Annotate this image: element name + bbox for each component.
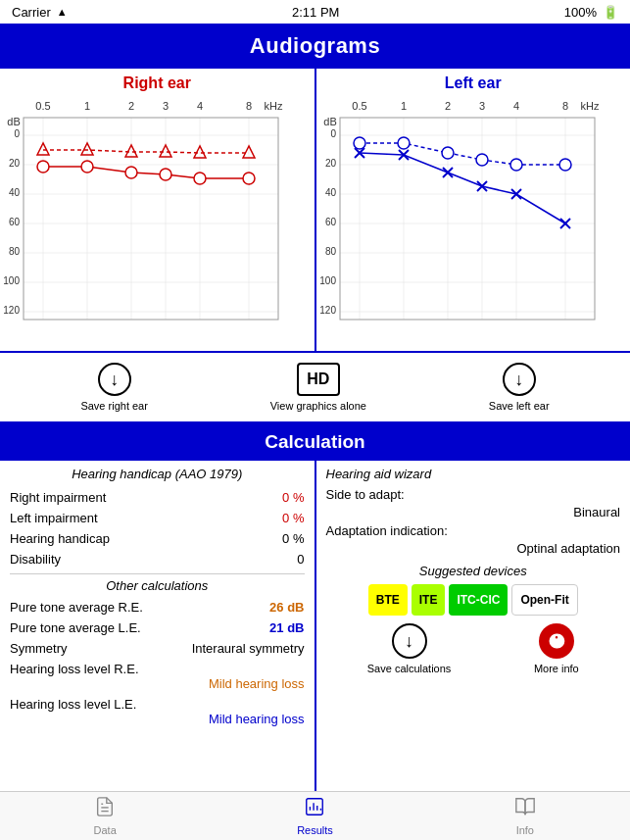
wizard-title: Hearing aid wizard (326, 467, 621, 481)
svg-text:0: 0 (330, 128, 336, 139)
svg-text:80: 80 (324, 246, 336, 257)
tab-data[interactable]: Data (0, 792, 210, 840)
svg-text:40: 40 (324, 187, 336, 198)
hearing-loss-re-label: Hearing loss level R.E. (10, 662, 305, 676)
tab-bar: Data Results Info (0, 791, 630, 840)
svg-rect-90 (307, 799, 323, 815)
svg-point-74 (510, 159, 522, 171)
svg-text:60: 60 (324, 217, 336, 227)
svg-text:100: 100 (320, 275, 336, 286)
svg-text:4: 4 (512, 100, 518, 112)
save-right-ear-button[interactable]: ↓ Save right ear (80, 363, 147, 412)
calc-right-panel: Hearing aid wizard Side to adapt: Binaur… (316, 461, 631, 809)
info-tab-icon (514, 796, 536, 822)
svg-text:120: 120 (320, 305, 336, 316)
symmetry-row: Symmetry Interaural symmetry (10, 638, 305, 659)
svg-point-70 (354, 137, 365, 149)
side-to-adapt-label: Side to adapt: (326, 487, 405, 502)
svg-text:2: 2 (444, 100, 450, 112)
svg-text:80: 80 (9, 246, 21, 257)
app-header: Audiograms (0, 24, 630, 69)
adaptation-indication-row: Adaptation indication: (326, 523, 621, 538)
adaptation-label: Adaptation indication: (326, 523, 448, 538)
hearing-loss-re-value: Mild hearing loss (10, 676, 305, 691)
tab-results[interactable]: Results (210, 792, 419, 840)
save-calc-label: Save calculations (367, 663, 452, 674)
right-ear-svg: 0.5 1 2 3 4 8 kHz dB 0 20 40 60 80 100 1… (4, 96, 288, 321)
other-calculations-title: Other calculations (10, 578, 305, 593)
calc-header: Calculation (0, 423, 630, 461)
calc-divider-1 (10, 573, 305, 574)
svg-text:0.5: 0.5 (352, 100, 366, 112)
hearing-loss-le-value: Mild hearing loss (10, 712, 305, 726)
itc-cic-button[interactable]: ITC-CIC (449, 584, 508, 616)
symmetry-label: Symmetry (10, 641, 68, 656)
svg-text:dB: dB (323, 116, 336, 127)
save-calculations-button[interactable]: ↓ Save calculations (367, 623, 452, 674)
svg-text:0.5: 0.5 (35, 100, 50, 112)
bte-button[interactable]: BTE (368, 584, 408, 616)
left-ear-chart: 0.5 1 2 3 4 8 kHz dB 0 20 40 60 80 100 1… (320, 96, 627, 321)
pure-tone-re-value: 26 dB (269, 600, 304, 615)
tab-results-label: Results (297, 824, 333, 836)
tab-data-label: Data (94, 824, 117, 836)
side-to-adapt-row: Side to adapt: (326, 487, 621, 502)
save-right-label: Save right ear (80, 400, 147, 412)
right-ear-chart: 0.5 1 2 3 4 8 kHz dB 0 20 40 60 80 100 1… (4, 96, 311, 321)
view-graphics-label: View graphics alone (270, 400, 366, 412)
left-ear-panel: Left ear 0.5 1 2 3 4 8 kHz dB 0 20 40 60… (315, 69, 631, 351)
save-left-ear-button[interactable]: ↓ Save left ear (489, 363, 550, 412)
svg-text:20: 20 (9, 158, 21, 169)
disability-value: 0 (297, 552, 304, 567)
svg-text:kHz: kHz (580, 100, 599, 112)
battery-label: 100% (564, 5, 597, 20)
calc-actions: ↓ Save calculations More info (326, 623, 621, 674)
carrier-label: Carrier (12, 5, 51, 20)
svg-text:4: 4 (197, 100, 203, 112)
save-left-down-icon: ↓ (503, 363, 536, 396)
pure-tone-le-value: 21 dB (269, 620, 304, 635)
more-info-button[interactable]: More info (534, 623, 579, 674)
tab-info[interactable]: Info (420, 792, 630, 840)
time-label: 2:11 PM (292, 5, 339, 20)
view-graphics-button[interactable]: HD View graphics alone (270, 363, 366, 412)
device-buttons: BTE ITE ITC-CIC Open-Fit (326, 584, 621, 616)
svg-point-72 (442, 147, 454, 159)
left-impairment-value: 0 % (282, 511, 304, 525)
svg-point-38 (160, 169, 171, 180)
hearing-loss-le-row: Hearing loss level L.E. Mild hearing los… (10, 694, 305, 729)
right-impairment-label: Right impairment (10, 490, 106, 505)
svg-text:40: 40 (9, 187, 21, 198)
side-to-adapt-value: Binaural (573, 505, 620, 519)
save-left-label: Save left ear (489, 400, 550, 412)
right-impairment-value: 0 % (282, 490, 304, 505)
svg-point-40 (243, 173, 255, 184)
wifi-icon: ▲ (57, 6, 68, 18)
results-tab-icon (304, 796, 325, 822)
right-ear-title: Right ear (4, 74, 311, 92)
svg-text:3: 3 (163, 100, 169, 112)
more-info-icon (539, 623, 574, 659)
ite-button[interactable]: ITE (412, 584, 446, 616)
svg-point-39 (194, 173, 206, 184)
more-info-label: More info (534, 663, 579, 674)
tab-info-label: Info (516, 824, 534, 836)
svg-text:8: 8 (561, 100, 567, 112)
hearing-loss-le-label: Hearing loss level L.E. (10, 697, 305, 712)
svg-point-36 (81, 161, 93, 173)
left-ear-svg: 0.5 1 2 3 4 8 kHz dB 0 20 40 60 80 100 1… (320, 96, 605, 321)
svg-text:kHz: kHz (265, 100, 283, 112)
left-impairment-label: Left impairment (10, 511, 98, 525)
save-right-down-icon: ↓ (98, 363, 131, 396)
svg-point-35 (37, 161, 49, 173)
svg-text:20: 20 (324, 158, 336, 169)
svg-text:0: 0 (14, 128, 20, 139)
audiogram-section: Right ear 0.5 1 2 3 4 8 kHz dB 0 20 40 6… (0, 69, 630, 353)
hearing-loss-re-row: Hearing loss level R.E. Mild hearing los… (10, 659, 305, 694)
open-fit-button[interactable]: Open-Fit (511, 584, 577, 616)
status-bar: Carrier ▲ 2:11 PM 100% 🔋 (0, 0, 630, 24)
action-row: ↓ Save right ear HD View graphics alone … (0, 353, 630, 423)
svg-text:8: 8 (246, 100, 252, 112)
svg-text:3: 3 (478, 100, 484, 112)
left-impairment-row: Left impairment 0 % (10, 508, 305, 528)
